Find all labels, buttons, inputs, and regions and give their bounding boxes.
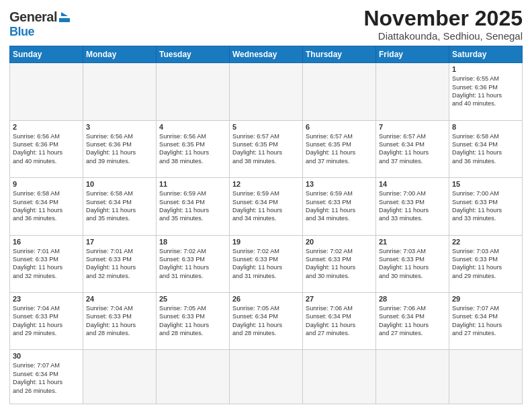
day-info: Sunrise: 7:03 AM Sunset: 6:33 PM Dayligh… xyxy=(379,247,446,281)
calendar-cell: 2Sunrise: 6:56 AM Sunset: 6:36 PM Daylig… xyxy=(10,120,83,177)
calendar-cell xyxy=(449,350,523,404)
month-title: November 2025 xyxy=(363,7,523,30)
calendar-cell: 4Sunrise: 6:56 AM Sunset: 6:35 PM Daylig… xyxy=(157,120,230,177)
calendar-week-4: 23Sunrise: 7:04 AM Sunset: 6:33 PM Dayli… xyxy=(10,293,523,350)
day-number: 30 xyxy=(13,352,80,360)
weekday-header-monday: Monday xyxy=(83,46,157,63)
calendar-cell: 1Sunrise: 6:55 AM Sunset: 6:36 PM Daylig… xyxy=(449,63,523,120)
day-info: Sunrise: 7:07 AM Sunset: 6:34 PM Dayligh… xyxy=(452,304,519,338)
day-number: 5 xyxy=(232,123,300,131)
weekday-header-friday: Friday xyxy=(376,46,449,63)
calendar-week-5: 30Sunrise: 7:07 AM Sunset: 6:34 PM Dayli… xyxy=(10,350,523,404)
day-info: Sunrise: 6:56 AM Sunset: 6:36 PM Dayligh… xyxy=(86,132,153,166)
day-info: Sunrise: 7:02 AM Sunset: 6:33 PM Dayligh… xyxy=(306,247,373,281)
calendar-table: SundayMondayTuesdayWednesdayThursdayFrid… xyxy=(9,46,523,404)
day-info: Sunrise: 7:04 AM Sunset: 6:33 PM Dayligh… xyxy=(86,304,153,338)
day-number: 1 xyxy=(452,65,519,73)
calendar-cell xyxy=(157,63,230,120)
calendar-cell xyxy=(83,63,157,120)
day-number: 6 xyxy=(306,123,373,131)
calendar-cell: 29Sunrise: 7:07 AM Sunset: 6:34 PM Dayli… xyxy=(449,293,523,350)
day-info: Sunrise: 6:55 AM Sunset: 6:36 PM Dayligh… xyxy=(452,75,519,108)
day-number: 22 xyxy=(452,238,519,246)
day-number: 3 xyxy=(86,123,153,131)
page: General Blue November 2025 Diattakounda,… xyxy=(0,0,532,411)
calendar-cell: 3Sunrise: 6:56 AM Sunset: 6:36 PM Daylig… xyxy=(83,120,157,177)
calendar-cell: 23Sunrise: 7:04 AM Sunset: 6:33 PM Dayli… xyxy=(10,293,83,350)
location: Diattakounda, Sedhiou, Senegal xyxy=(363,30,523,42)
day-number: 27 xyxy=(306,295,373,303)
day-number: 18 xyxy=(159,238,226,246)
calendar-cell: 19Sunrise: 7:02 AM Sunset: 6:33 PM Dayli… xyxy=(230,235,303,292)
calendar-cell xyxy=(376,350,449,404)
logo-general: General xyxy=(9,9,57,25)
calendar-cell: 13Sunrise: 6:59 AM Sunset: 6:33 PM Dayli… xyxy=(303,178,376,235)
weekday-header-sunday: Sunday xyxy=(10,46,83,63)
day-number: 2 xyxy=(13,123,80,131)
day-number: 9 xyxy=(13,180,80,188)
calendar-cell: 27Sunrise: 7:06 AM Sunset: 6:34 PM Dayli… xyxy=(303,293,376,350)
day-number: 12 xyxy=(232,180,300,188)
calendar-week-0: 1Sunrise: 6:55 AM Sunset: 6:36 PM Daylig… xyxy=(10,63,523,120)
calendar-cell xyxy=(303,63,376,120)
day-info: Sunrise: 7:06 AM Sunset: 6:34 PM Dayligh… xyxy=(379,304,446,338)
day-info: Sunrise: 6:59 AM Sunset: 6:34 PM Dayligh… xyxy=(159,189,226,223)
day-number: 28 xyxy=(379,295,446,303)
day-number: 8 xyxy=(452,123,519,131)
calendar-cell xyxy=(10,63,83,120)
day-info: Sunrise: 6:59 AM Sunset: 6:34 PM Dayligh… xyxy=(232,189,300,223)
day-info: Sunrise: 6:56 AM Sunset: 6:35 PM Dayligh… xyxy=(159,132,226,166)
calendar-cell: 22Sunrise: 7:03 AM Sunset: 6:33 PM Dayli… xyxy=(449,235,523,292)
logo-blue: Blue xyxy=(9,25,34,38)
calendar-cell xyxy=(157,350,230,404)
day-info: Sunrise: 7:01 AM Sunset: 6:33 PM Dayligh… xyxy=(13,247,80,281)
calendar-cell xyxy=(230,350,303,404)
weekday-header-tuesday: Tuesday xyxy=(157,46,230,63)
calendar-cell: 12Sunrise: 6:59 AM Sunset: 6:34 PM Dayli… xyxy=(230,178,303,235)
day-info: Sunrise: 6:58 AM Sunset: 6:34 PM Dayligh… xyxy=(86,189,153,223)
logo-rect-icon xyxy=(59,18,70,22)
calendar-week-3: 16Sunrise: 7:01 AM Sunset: 6:33 PM Dayli… xyxy=(10,235,523,292)
day-number: 17 xyxy=(86,238,153,246)
calendar-week-2: 9Sunrise: 6:58 AM Sunset: 6:34 PM Daylig… xyxy=(10,178,523,235)
calendar-cell: 26Sunrise: 7:05 AM Sunset: 6:34 PM Dayli… xyxy=(230,293,303,350)
day-info: Sunrise: 6:57 AM Sunset: 6:35 PM Dayligh… xyxy=(306,132,373,166)
header: General Blue November 2025 Diattakounda,… xyxy=(9,7,523,42)
day-info: Sunrise: 7:00 AM Sunset: 6:33 PM Dayligh… xyxy=(379,189,446,223)
calendar-cell xyxy=(230,63,303,120)
weekday-header-wednesday: Wednesday xyxy=(230,46,303,63)
weekday-header-saturday: Saturday xyxy=(449,46,523,63)
calendar-cell: 18Sunrise: 7:02 AM Sunset: 6:33 PM Dayli… xyxy=(157,235,230,292)
day-info: Sunrise: 6:58 AM Sunset: 6:34 PM Dayligh… xyxy=(452,132,519,166)
calendar-cell: 5Sunrise: 6:57 AM Sunset: 6:35 PM Daylig… xyxy=(230,120,303,177)
logo: General Blue xyxy=(9,7,70,39)
calendar-cell: 21Sunrise: 7:03 AM Sunset: 6:33 PM Dayli… xyxy=(376,235,449,292)
calendar-cell: 28Sunrise: 7:06 AM Sunset: 6:34 PM Dayli… xyxy=(376,293,449,350)
day-info: Sunrise: 7:05 AM Sunset: 6:33 PM Dayligh… xyxy=(159,304,226,338)
day-number: 11 xyxy=(159,180,226,188)
day-number: 19 xyxy=(232,238,300,246)
calendar-cell: 14Sunrise: 7:00 AM Sunset: 6:33 PM Dayli… xyxy=(376,178,449,235)
calendar-cell xyxy=(83,350,157,404)
calendar-cell xyxy=(376,63,449,120)
calendar-cell: 7Sunrise: 6:57 AM Sunset: 6:34 PM Daylig… xyxy=(376,120,449,177)
weekday-header-thursday: Thursday xyxy=(303,46,376,63)
weekday-header-row: SundayMondayTuesdayWednesdayThursdayFrid… xyxy=(10,46,523,63)
day-number: 15 xyxy=(452,180,519,188)
day-number: 16 xyxy=(13,238,80,246)
day-info: Sunrise: 6:58 AM Sunset: 6:34 PM Dayligh… xyxy=(13,189,80,223)
day-info: Sunrise: 7:06 AM Sunset: 6:34 PM Dayligh… xyxy=(306,304,373,338)
day-info: Sunrise: 7:05 AM Sunset: 6:34 PM Dayligh… xyxy=(232,304,300,338)
day-number: 24 xyxy=(86,295,153,303)
day-info: Sunrise: 7:01 AM Sunset: 6:33 PM Dayligh… xyxy=(86,247,153,281)
calendar-cell: 16Sunrise: 7:01 AM Sunset: 6:33 PM Dayli… xyxy=(10,235,83,292)
calendar-cell: 17Sunrise: 7:01 AM Sunset: 6:33 PM Dayli… xyxy=(83,235,157,292)
day-number: 13 xyxy=(306,180,373,188)
day-info: Sunrise: 6:56 AM Sunset: 6:36 PM Dayligh… xyxy=(13,132,80,166)
calendar-cell: 10Sunrise: 6:58 AM Sunset: 6:34 PM Dayli… xyxy=(83,178,157,235)
day-number: 10 xyxy=(86,180,153,188)
day-number: 21 xyxy=(379,238,446,246)
day-number: 7 xyxy=(379,123,446,131)
day-info: Sunrise: 7:02 AM Sunset: 6:33 PM Dayligh… xyxy=(159,247,226,281)
day-info: Sunrise: 7:00 AM Sunset: 6:33 PM Dayligh… xyxy=(452,189,519,223)
